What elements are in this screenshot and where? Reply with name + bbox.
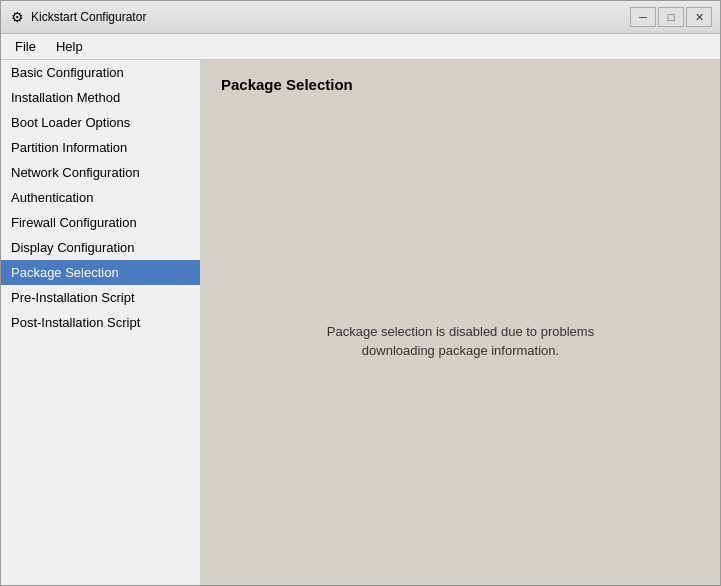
- title-bar-left: ⚙ Kickstart Configurator: [9, 9, 146, 25]
- minimize-button[interactable]: ─: [630, 7, 656, 27]
- title-bar: ⚙ Kickstart Configurator ─ □ ✕: [1, 1, 720, 34]
- maximize-button[interactable]: □: [658, 7, 684, 27]
- sidebar-item-display-configuration[interactable]: Display Configuration: [1, 235, 200, 260]
- main-panel: Package Selection Package selection is d…: [201, 60, 720, 585]
- sidebar-item-package-selection[interactable]: Package Selection: [1, 260, 200, 285]
- sidebar-item-installation-method[interactable]: Installation Method: [1, 85, 200, 110]
- menu-file[interactable]: File: [5, 36, 46, 57]
- content-area: Basic Configuration Installation Method …: [1, 60, 720, 585]
- close-button[interactable]: ✕: [686, 7, 712, 27]
- window-controls: ─ □ ✕: [630, 7, 712, 27]
- app-icon: ⚙: [9, 9, 25, 25]
- disabled-message: Package selection is disabled due to pro…: [311, 322, 611, 361]
- sidebar-item-network-configuration[interactable]: Network Configuration: [1, 160, 200, 185]
- menu-bar: File Help: [1, 34, 720, 60]
- sidebar-item-basic-configuration[interactable]: Basic Configuration: [1, 60, 200, 85]
- sidebar-item-pre-installation-script[interactable]: Pre-Installation Script: [1, 285, 200, 310]
- menu-help[interactable]: Help: [46, 36, 93, 57]
- sidebar-item-boot-loader-options[interactable]: Boot Loader Options: [1, 110, 200, 135]
- panel-content: Package selection is disabled due to pro…: [221, 113, 700, 569]
- sidebar-item-post-installation-script[interactable]: Post-Installation Script: [1, 310, 200, 335]
- main-window: ⚙ Kickstart Configurator ─ □ ✕ File Help…: [0, 0, 721, 586]
- window-title: Kickstart Configurator: [31, 10, 146, 24]
- panel-title: Package Selection: [221, 76, 700, 93]
- sidebar-item-firewall-configuration[interactable]: Firewall Configuration: [1, 210, 200, 235]
- sidebar-item-authentication[interactable]: Authentication: [1, 185, 200, 210]
- sidebar: Basic Configuration Installation Method …: [1, 60, 201, 585]
- sidebar-item-partition-information[interactable]: Partition Information: [1, 135, 200, 160]
